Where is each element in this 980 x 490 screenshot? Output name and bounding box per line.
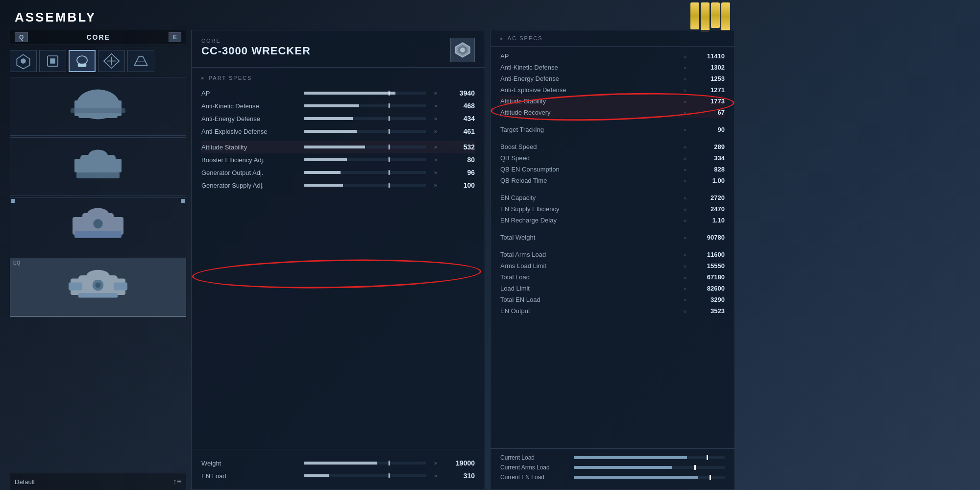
part-tab-4[interactable] — [98, 50, 125, 72]
spec-arrow-ap: » — [431, 90, 441, 97]
ac-spec-en-supply: EN Supply Efficiency » 2470 — [500, 203, 725, 215]
svg-rect-5 — [78, 64, 87, 67]
part-item-4[interactable]: EQ — [10, 258, 186, 317]
svg-rect-18 — [112, 159, 122, 172]
center-panel: CORE CC-3000 WRECKER PART SPECS AP — [191, 30, 485, 490]
svg-rect-15 — [71, 108, 125, 113]
ac-spec-value-boost-speed: 289 — [690, 143, 725, 150]
svg-point-1 — [21, 58, 26, 64]
ac-spec-value-attitude-stability: 1773 — [690, 98, 725, 105]
load-bar-track-current-en-load — [574, 476, 725, 479]
ac-spec-en-output: EN Output » 3523 — [500, 305, 725, 317]
part-tab-1[interactable] — [10, 50, 37, 72]
spec-bar-ap — [304, 92, 426, 95]
ac-spec-arrow-load-limit: » — [684, 286, 686, 292]
ac-spec-attitude-recovery: Attitude Recovery » 67 — [500, 107, 725, 118]
svg-rect-20 — [76, 172, 120, 178]
part-tab-3[interactable] — [69, 50, 96, 72]
svg-rect-25 — [74, 231, 122, 238]
ac-spec-name-total-arms-load: Total Arms Load — [500, 251, 680, 258]
ac-spec-arrow-total-en-load: » — [684, 297, 686, 303]
ac-spec-total-en-load: Total EN Load » 3290 — [500, 294, 725, 305]
ac-spec-name-attitude-stability: Attitude Stability — [500, 98, 680, 105]
ac-spec-ap: AP » 11410 — [500, 50, 725, 62]
ac-spec-target-tracking: Target Tracking » 90 — [500, 124, 725, 135]
ac-spec-arrow-total-arms-load: » — [684, 252, 686, 258]
ac-spec-arrow-en-supply: » — [684, 206, 686, 212]
ac-spec-value-qb-reload: 1.00 — [690, 177, 725, 184]
spec-bar-anti-kinetic — [304, 104, 426, 107]
spec-name-gen-supply: Generator Supply Adj. — [201, 182, 299, 189]
svg-point-19 — [88, 150, 108, 162]
tab-e-key[interactable]: E — [169, 32, 181, 42]
svg-point-35 — [95, 282, 100, 288]
spec-row-anti-energy: Anti-Energy Defense » 434 — [201, 112, 475, 125]
ac-spec-name-qb-speed: QB Speed — [500, 154, 680, 162]
sidebar-tab-label: CORE — [86, 33, 110, 41]
part-tab-5[interactable] — [127, 50, 154, 72]
ac-spec-arrow-total-load: » — [684, 274, 686, 280]
tab-q-key[interactable]: Q — [15, 32, 28, 42]
spec-name-anti-energy: Anti-Energy Defense — [201, 115, 299, 122]
spec-arrow-anti-energy: » — [431, 115, 441, 122]
spec-bar-gen-supply — [304, 184, 426, 187]
ac-spec-arms-load-limit: Arms Load Limit » 15550 — [500, 260, 725, 271]
load-bar-current-load: Current Load — [500, 453, 725, 463]
part-item-1[interactable] — [10, 77, 186, 136]
sidebar-tab-bar: Q CORE E — [10, 30, 186, 45]
ac-spec-name-en-supply: EN Supply Efficiency — [500, 205, 680, 213]
ac-spec-name-en-capacity: EN Capacity — [500, 194, 680, 201]
spec-name-gen-output: Generator Output Adj. — [201, 169, 299, 176]
ac-spec-value-total-weight: 90780 — [690, 234, 725, 241]
part-item-2[interactable] — [10, 137, 186, 196]
spec-value-anti-kinetic: 468 — [445, 102, 475, 110]
ac-spec-arrow-target-tracking: » — [684, 127, 686, 133]
ac-spec-name-anti-explosive: Anti-Explosive Defense — [500, 86, 680, 94]
spec-value-gen-supply: 100 — [445, 181, 475, 189]
ac-spec-total-load: Total Load » 67180 — [500, 271, 725, 283]
spec-arrow-anti-kinetic: » — [431, 102, 441, 109]
spec-name-ap: AP — [201, 90, 299, 97]
ac-spec-value-qb-speed: 334 — [690, 154, 725, 162]
ac-spec-value-anti-energy: 1253 — [690, 75, 725, 82]
ac-spec-name-boost-speed: Boost Speed — [500, 143, 680, 150]
spec-arrow-anti-explosive: » — [431, 128, 441, 135]
ac-spec-value-en-supply: 2470 — [690, 205, 725, 213]
sort-icon[interactable]: ↑≡ — [173, 477, 181, 486]
ac-spec-anti-kinetic: Anti-Kinetic Defense » 1302 — [500, 62, 725, 73]
ac-spec-name-attitude-recovery: Attitude Recovery — [500, 109, 680, 116]
load-bar-track-current-arms-load — [574, 466, 725, 469]
ac-spec-value-total-arms-load: 11600 — [690, 251, 725, 258]
part-item-3[interactable] — [10, 197, 186, 256]
svg-rect-33 — [78, 293, 118, 298]
svg-rect-17 — [74, 159, 84, 172]
ac-spec-arrow-en-output: » — [684, 308, 686, 314]
spec-row-booster: Booster Efficiency Adj. » 80 — [201, 153, 475, 166]
ac-spec-value-en-recharge: 1.10 — [690, 217, 725, 224]
part-specs-section: PART SPECS AP » 3940 Anti-Kinetic Defens… — [192, 68, 485, 449]
part-badge — [450, 38, 475, 62]
ac-spec-en-capacity: EN Capacity » 2720 — [500, 192, 725, 203]
svg-point-4 — [77, 56, 87, 65]
bottom-specs: Weight » 19000 EN Load » 310 — [192, 449, 485, 490]
part-tab-2[interactable] — [39, 50, 66, 72]
spec-row-anti-explosive: Anti-Explosive Defense » 461 — [201, 125, 475, 138]
load-bars-section: Current Load Current Arms Load Current E… — [490, 448, 735, 490]
ac-spec-arrow-total-weight: » — [684, 235, 686, 241]
spec-value-gen-output: 96 — [445, 169, 475, 176]
ac-spec-qb-en: QB EN Consumption » 828 — [500, 164, 725, 175]
sidebar-bottom: Default ↑≡ — [10, 473, 186, 490]
svg-rect-30 — [69, 282, 82, 290]
ac-spec-name-anti-kinetic: Anti-Kinetic Defense — [500, 64, 680, 71]
ac-spec-arrow-attitude-recovery: » — [684, 110, 686, 116]
ac-spec-qb-speed: QB Speed » 334 — [500, 152, 725, 164]
svg-point-24 — [87, 208, 109, 221]
spec-bar-anti-explosive — [304, 130, 426, 133]
spec-arrow-en-load: » — [431, 472, 441, 479]
ac-spec-anti-energy: Anti-Energy Defense » 1253 — [500, 73, 725, 84]
ac-specs-title: AC SPECS — [490, 30, 735, 47]
spec-bar-weight — [304, 462, 426, 465]
sidebar: Q CORE E — [10, 30, 186, 490]
spec-arrow-gen-supply: » — [431, 182, 441, 189]
app-title: ASSEMBLY — [0, 0, 980, 30]
